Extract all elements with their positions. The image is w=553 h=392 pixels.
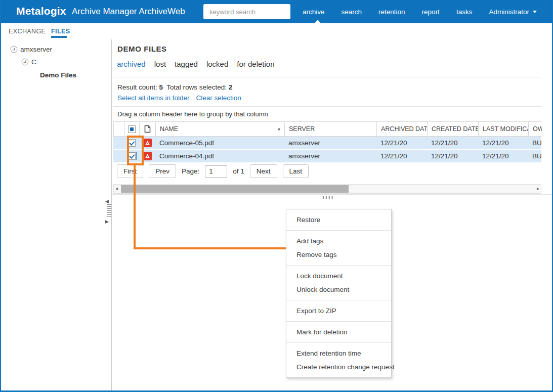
column-header-archived-date[interactable]: ARCHIVED DATE — [377, 122, 428, 136]
server-cell: amxserver — [284, 152, 376, 160]
created-date-cell: 12/21/20 — [427, 139, 478, 147]
table-row[interactable]: Commerce-05.pdf amxserver 12/21/20 12/21… — [113, 137, 541, 150]
menu-item-mark-for-deletion[interactable]: Mark for deletion — [286, 325, 391, 339]
tree-node-c-drive[interactable]: C: — [21, 58, 38, 66]
context-menu: Restore Add tags Remove tags Lock docume… — [286, 209, 392, 378]
expand-arrow-icon — [10, 46, 18, 53]
filter-archived[interactable]: archived — [117, 60, 146, 68]
nav-tasks[interactable]: tasks — [456, 8, 473, 16]
filter-tabs: archived lost tagged locked for deletion — [117, 60, 275, 68]
filter-for-deletion[interactable]: for deletion — [237, 60, 274, 68]
scroll-left-icon[interactable]: ◂ — [115, 186, 118, 191]
files-grid: NAME ▾ SERVER ARCHIVED DATE CREATED DATE… — [113, 121, 541, 163]
column-header-created-date[interactable]: CREATED DATE — [428, 122, 479, 136]
file-name[interactable]: Commerce-04.pdf — [155, 152, 284, 160]
grid-resize-grip[interactable] — [322, 196, 334, 199]
tab-files-underline — [51, 36, 67, 38]
column-label: NAME — [160, 125, 178, 133]
clear-selection-link[interactable]: Clear selection — [196, 94, 241, 102]
tab-files[interactable]: FILES — [51, 28, 70, 35]
first-page-button[interactable]: First — [117, 164, 143, 178]
selected-label: Total rows selected: — [166, 83, 227, 91]
modified-date-cell: 12/21/20 — [478, 139, 528, 147]
menu-item-unlock-document[interactable]: Unlock document — [286, 283, 391, 296]
select-all-checkbox[interactable] — [128, 125, 136, 133]
last-page-button[interactable]: Last — [283, 164, 309, 178]
page-title: DEMO FILES — [117, 45, 167, 53]
menu-group: Mark for deletion — [286, 321, 391, 342]
page-number-input[interactable] — [205, 165, 227, 178]
filter-lost[interactable]: lost — [154, 60, 166, 68]
menu-item-retention-change-request[interactable]: Create retention change request — [286, 360, 391, 374]
row-handle-column — [114, 122, 124, 136]
selected-count-value: 2 — [229, 83, 233, 91]
next-page-button[interactable]: Next — [250, 164, 277, 178]
separator — [113, 106, 541, 107]
menu-group: Export to ZIP — [286, 300, 391, 321]
menu-item-extend-retention[interactable]: Extend retention time — [286, 346, 391, 360]
expand-right-arrow[interactable]: ▶ — [105, 220, 109, 224]
prev-page-button[interactable]: Prev — [149, 164, 176, 178]
metalogix-logo: Metalogix — [16, 5, 66, 17]
archived-date-cell: 12/21/20 — [376, 139, 427, 147]
nav-retention[interactable]: retention — [378, 8, 405, 16]
app-title: Archive Manager ArchiveWeb — [72, 7, 185, 17]
pdf-file-icon — [143, 152, 152, 160]
tab-exchange[interactable]: EXCHANGE — [9, 28, 46, 35]
scroll-right-icon[interactable]: ▸ — [537, 186, 539, 191]
main-nav: archive search retention report tasks Ad… — [303, 0, 537, 23]
select-all-link[interactable]: Select all items in folder — [117, 94, 190, 102]
pdf-file-icon — [143, 139, 152, 147]
doc-type-column-header[interactable] — [140, 122, 156, 136]
nav-archive[interactable]: archive — [303, 8, 325, 16]
menu-group: Add tags Remove tags — [286, 230, 391, 265]
highlight-connector-horizontal — [134, 247, 286, 249]
created-date-cell: 12/21/20 — [427, 152, 478, 160]
table-row[interactable]: Commerce-04.pdf amxserver 12/21/20 12/21… — [113, 150, 541, 163]
menu-item-lock-document[interactable]: Lock document — [286, 269, 391, 283]
menu-group: Lock document Unlock document — [286, 265, 391, 300]
result-count-line: Result count: 5 Total rows selected: 2 — [117, 83, 232, 91]
tree-node-amxserver[interactable]: amxserver — [10, 46, 52, 53]
archived-date-cell: 12/21/20 — [376, 152, 427, 160]
modified-date-cell: 12/21/20 — [478, 152, 528, 160]
menu-item-add-tags[interactable]: Add tags — [286, 234, 391, 248]
menu-item-restore[interactable]: Restore — [286, 213, 391, 227]
user-menu[interactable]: Administrator — [489, 8, 537, 16]
menu-item-export-zip[interactable]: Export to ZIP — [286, 304, 391, 318]
tree-node-demo-files[interactable]: Demo Files — [40, 71, 76, 79]
owner-cell: BUIL — [528, 139, 541, 147]
filter-dropdown-icon[interactable]: ▾ — [278, 126, 280, 132]
splitter-grip[interactable] — [107, 204, 111, 219]
horizontal-scrollbar[interactable]: ◂ ▸ — [113, 184, 541, 194]
column-header-server[interactable]: SERVER — [285, 122, 377, 136]
expand-arrow-icon — [21, 58, 29, 66]
selection-links: Select all items in folder Clear selecti… — [117, 94, 241, 102]
menu-group: Restore — [286, 209, 391, 230]
owner-cell: BUIL — [528, 152, 541, 160]
highlight-connector-vertical — [134, 165, 136, 247]
column-header-name[interactable]: NAME ▾ — [156, 122, 285, 136]
nav-search[interactable]: search — [342, 8, 362, 16]
result-count-value: 5 — [159, 83, 163, 91]
column-header-owner[interactable]: OW — [529, 122, 542, 136]
tree-node-label: Demo Files — [40, 71, 76, 79]
filter-tagged[interactable]: tagged — [175, 60, 198, 68]
separator — [112, 194, 553, 195]
archiveweb-window: Metalogix Archive Manager ArchiveWeb arc… — [0, 0, 553, 392]
menu-group: Extend retention time Create retention c… — [286, 342, 391, 377]
page-label: Page: — [182, 167, 199, 175]
collapse-left-arrow[interactable]: ◀ — [105, 199, 109, 204]
keyword-search-input[interactable] — [203, 4, 290, 19]
menu-item-remove-tags[interactable]: Remove tags — [286, 248, 391, 262]
column-header-last-modification[interactable]: LAST MODIFICATI — [479, 122, 529, 136]
separator — [113, 77, 541, 77]
scrollbar-thumb[interactable] — [121, 185, 349, 193]
chevron-down-icon — [533, 11, 537, 13]
select-all-cell[interactable] — [124, 122, 140, 136]
filter-locked[interactable]: locked — [206, 60, 228, 68]
nav-report[interactable]: report — [422, 8, 440, 16]
file-name[interactable]: Commerce-05.pdf — [155, 139, 284, 147]
tree-node-label: C: — [31, 58, 38, 66]
page-of-label: of 1 — [233, 167, 244, 175]
